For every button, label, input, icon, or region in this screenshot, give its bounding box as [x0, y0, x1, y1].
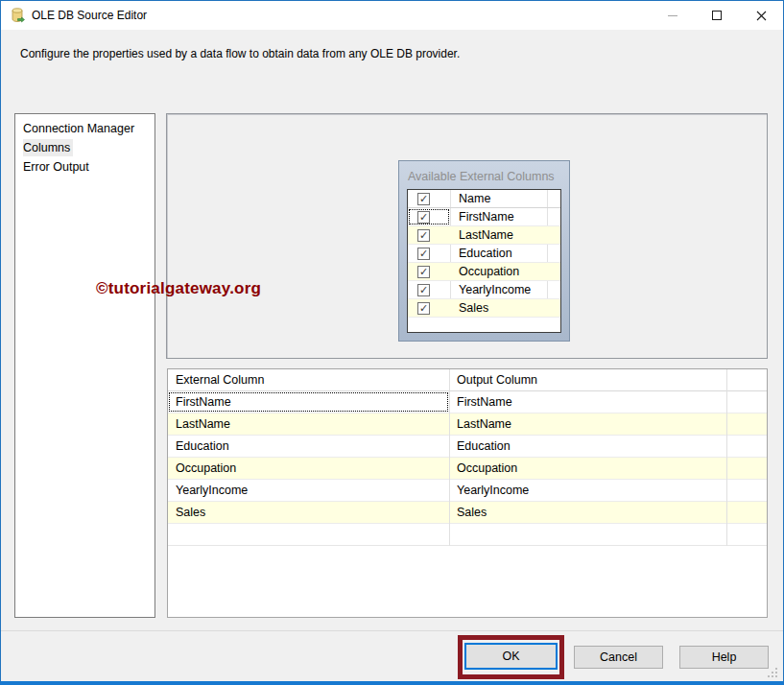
output-column-cell[interactable]: FirstName	[449, 391, 726, 413]
grid-row-education[interactable]: Education Education	[168, 436, 767, 458]
grid-header-row: External Column Output Column	[168, 369, 767, 391]
list-item-yearlyincome[interactable]: YearlyIncome	[408, 281, 560, 299]
minimize-icon	[668, 15, 677, 16]
dialog-description: Configure the properties used by a data …	[20, 47, 460, 60]
external-column-cell[interactable]: Occupation	[168, 458, 449, 479]
cancel-button[interactable]: Cancel	[574, 646, 663, 669]
available-external-columns-panel: Available External Columns Name FirstNam…	[398, 160, 570, 342]
list-item-sales[interactable]: Sales	[408, 299, 560, 318]
name-column-header: Name	[450, 192, 490, 205]
checkbox-checked-icon[interactable]	[417, 248, 430, 260]
output-column-cell[interactable]: Education	[449, 436, 726, 457]
available-external-columns-title: Available External Columns	[408, 170, 555, 183]
checkbox-cell[interactable]	[408, 208, 450, 225]
list-item-lastname[interactable]: LastName	[408, 226, 560, 245]
checkbox-cell[interactable]	[408, 281, 450, 298]
tutorialgateway-watermark: ©tutorialgateway.org	[96, 279, 261, 298]
checkbox-checked-icon[interactable]	[417, 284, 430, 296]
nav-item-connection-manager[interactable]: Connection Manager	[15, 119, 154, 138]
grid-row-occupation[interactable]: Occupation Occupation	[168, 458, 767, 480]
page-list: Connection Manager Columns Error Output	[14, 113, 155, 618]
output-column-cell[interactable]: Occupation	[449, 458, 726, 479]
title-bar[interactable]: OLE DB Source Editor	[1, 1, 783, 30]
output-column-cell[interactable]: YearlyIncome	[449, 480, 726, 501]
maximize-button[interactable]	[695, 1, 739, 30]
ok-button[interactable]: OK	[464, 643, 558, 670]
checkbox-checked-icon[interactable]	[417, 229, 430, 242]
grid-column-divider	[726, 369, 727, 546]
grid-row-firstname[interactable]: FirstName FirstName	[168, 391, 767, 413]
external-column-cell[interactable]: Education	[168, 436, 449, 457]
output-column-cell[interactable]: Sales	[449, 502, 726, 523]
list-item-education[interactable]: Education	[408, 245, 560, 263]
external-column-cell[interactable]: YearlyIncome	[168, 480, 449, 501]
columns-page-panel: Available External Columns Name FirstNam…	[166, 113, 768, 359]
checkbox-checked-icon[interactable]	[417, 266, 430, 278]
resize-grip[interactable]	[767, 667, 778, 678]
ole-db-source-editor-dialog: OLE DB Source Editor Configure the prope…	[0, 0, 784, 685]
checkbox-cell[interactable]	[408, 226, 450, 244]
column-mapping-grid: External Column Output Column FirstName …	[167, 368, 768, 618]
list-item-occupation[interactable]: Occupation	[408, 263, 560, 281]
external-column-cell[interactable]: FirstName	[168, 391, 449, 413]
checkbox-cell[interactable]	[408, 299, 450, 317]
external-column-cell[interactable]: LastName	[168, 413, 449, 435]
checkbox-checked-icon[interactable]	[417, 211, 430, 224]
database-source-icon	[9, 7, 26, 24]
checkbox-checked-icon[interactable]	[417, 302, 430, 315]
grid-empty-row[interactable]	[168, 524, 767, 546]
external-column-header: External Column	[168, 369, 449, 390]
output-column-cell[interactable]: LastName	[449, 413, 726, 435]
footer-separator	[1, 630, 783, 631]
list-header-row: Name	[408, 190, 560, 208]
grid-row-yearlyincome[interactable]: YearlyIncome YearlyIncome	[168, 480, 767, 502]
grid-row-sales[interactable]: Sales Sales	[168, 502, 767, 524]
list-item-firstname[interactable]: FirstName	[408, 208, 560, 226]
window-title: OLE DB Source Editor	[32, 9, 147, 22]
select-all-cell[interactable]	[408, 190, 450, 207]
grid-column-divider	[449, 369, 450, 546]
select-all-checkbox-checked-icon[interactable]	[417, 193, 430, 205]
nav-item-columns[interactable]: Columns	[15, 138, 154, 157]
external-column-cell[interactable]: Sales	[168, 502, 449, 523]
help-button[interactable]: Help	[679, 646, 769, 669]
checkbox-cell[interactable]	[408, 245, 450, 262]
red-highlight-annotation: OK	[458, 635, 564, 679]
output-column-header: Output Column	[449, 369, 726, 390]
available-external-columns-list: Name FirstName LastName Education Occupa…	[407, 189, 561, 333]
maximize-icon	[712, 11, 722, 20]
minimize-button[interactable]	[651, 1, 695, 30]
nav-item-error-output[interactable]: Error Output	[15, 157, 154, 177]
selected-nav-highlight: Columns	[23, 139, 73, 156]
close-icon	[756, 11, 767, 21]
checkbox-cell[interactable]	[408, 263, 450, 280]
close-button[interactable]	[739, 1, 783, 30]
grid-row-lastname[interactable]: LastName LastName	[168, 413, 767, 436]
